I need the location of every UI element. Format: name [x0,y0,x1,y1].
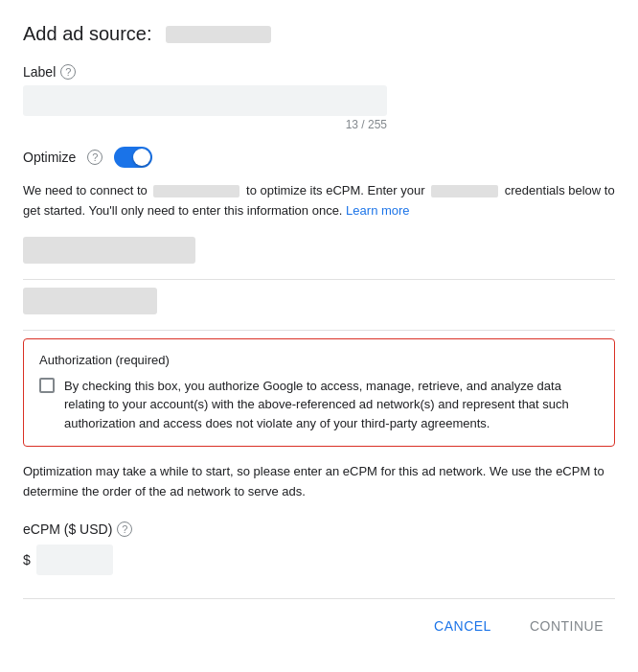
title-row: Add ad source: [23,23,615,45]
optimize-label: Optimize [23,150,76,165]
label-section-header: Label ? [23,64,615,80]
dialog-title: Add ad source: [23,23,152,45]
dollar-sign: $ [23,552,31,568]
ad-network-name-placeholder [153,185,239,197]
ecpm-input-wrap: $ [23,545,615,575]
ecpm-label-text: eCPM ($ USD) [23,521,112,537]
auth-text: By checking this box, you authorize Goog… [64,377,599,433]
credential-placeholder [431,185,498,197]
field-placeholder-2 [23,288,157,314]
footer: CANCEL CONTINUE [23,598,615,649]
ecpm-section: eCPM ($ USD) ? $ [23,521,615,575]
dialog: Add ad source: Label ? 13 / 255 Optimize… [0,0,638,664]
ecpm-help-icon[interactable]: ? [117,521,132,537]
optimization-note: Optimization may take a while to start, … [23,462,615,502]
cancel-button[interactable]: CANCEL [422,611,503,641]
info-middle: to optimize its eCPM. Enter your [246,183,424,197]
authorization-box: Authorization (required) By checking thi… [23,338,615,448]
divider-1 [23,279,615,280]
auth-checkbox[interactable] [39,378,55,393]
field-placeholder-1 [23,237,195,264]
continue-button[interactable]: CONTINUE [518,611,615,641]
label-input[interactable] [23,85,387,116]
info-text: We need to connect to to optimize its eC… [23,181,615,221]
learn-more-link[interactable]: Learn more [346,203,409,218]
char-count: 13 / 255 [23,118,387,131]
title-ad-source-name [166,26,271,43]
ecpm-label: eCPM ($ USD) ? [23,521,615,537]
optimize-toggle[interactable] [114,147,152,168]
divider-2 [23,330,615,331]
info-prefix: We need to connect to [23,183,148,197]
auth-label: Authorization (required) [39,353,599,367]
label-help-icon[interactable]: ? [60,64,76,80]
ecpm-input[interactable] [36,545,113,575]
optimize-help-icon[interactable]: ? [87,150,103,165]
auth-row: By checking this box, you authorize Goog… [39,377,599,433]
optimize-row: Optimize ? [23,147,615,168]
label-text: Label [23,64,56,80]
